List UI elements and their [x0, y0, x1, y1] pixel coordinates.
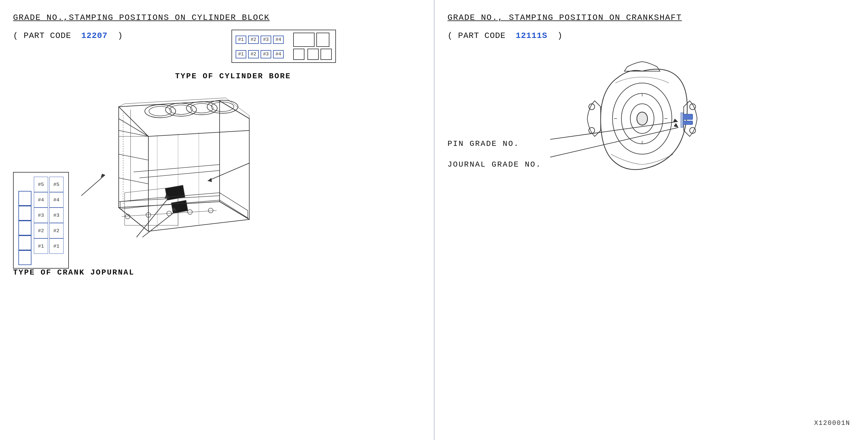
bore-cell-r2c3: #3	[260, 50, 271, 59]
bore-right-small3	[320, 48, 332, 60]
svg-point-4	[149, 106, 172, 116]
right-part-code-line: ( PART CODE 12111S )	[447, 31, 563, 40]
ref-code: X120001N	[814, 419, 850, 427]
bore-cell-r2c4: #4	[273, 50, 284, 59]
bore-cell-r1c2: #2	[248, 36, 259, 44]
svg-line-15	[136, 197, 169, 237]
left-part-code-value: 12207	[81, 31, 108, 40]
pin-grade-label: PIN GRADE NO.	[447, 139, 519, 148]
bore-right-box-top	[293, 33, 315, 47]
svg-line-19	[208, 163, 249, 181]
right-part-code-value: 12111S	[516, 31, 548, 40]
bore-cell-r1c3: #3	[260, 36, 271, 44]
journal-label: TYPE OF CRANK JOPURNAL	[13, 268, 134, 277]
svg-rect-9	[171, 200, 188, 213]
svg-point-6	[190, 103, 213, 113]
svg-point-7	[211, 102, 234, 111]
svg-rect-37	[681, 113, 683, 128]
svg-point-26	[637, 112, 648, 125]
jc2r5: #1	[49, 238, 63, 254]
page: GRADE NO.,STAMPING POSITIONS ON CYLINDER…	[0, 0, 868, 440]
journal-grade-label: JOURNAL GRADE NO.	[447, 160, 541, 169]
bore-right-box-small	[316, 33, 330, 47]
bore-right-small2	[307, 48, 319, 60]
right-part-code-suffix: )	[557, 31, 563, 40]
right-panel: GRADE NO., STAMPING POSITION ON CRANKSHA…	[434, 0, 868, 440]
svg-line-21	[81, 175, 105, 196]
left-part-code-prefix: ( PART CODE	[13, 31, 71, 40]
bore-cell-r2c2: #2	[248, 50, 259, 59]
svg-rect-31	[682, 114, 693, 120]
bore-right-small1	[293, 48, 305, 60]
svg-line-40	[550, 128, 678, 157]
jh4	[19, 235, 31, 250]
crankshaft-diagram	[524, 47, 790, 255]
left-part-code-line: ( PART CODE 12207 )	[13, 31, 123, 40]
journal-arrow-svg	[13, 172, 108, 231]
bore-cell-r1c4: #4	[273, 36, 284, 44]
left-part-code-suffix: )	[118, 31, 123, 40]
crankshaft-svg	[524, 47, 790, 255]
bore-cell-r2c1: #1	[236, 50, 246, 59]
jh5	[19, 250, 31, 265]
svg-point-14	[208, 208, 213, 213]
right-title: GRADE NO., STAMPING POSITION ON CRANKSHA…	[447, 13, 682, 22]
left-title: GRADE NO.,STAMPING POSITIONS ON CYLINDER…	[13, 13, 270, 22]
svg-marker-41	[674, 123, 678, 128]
svg-line-38	[550, 122, 678, 139]
svg-marker-39	[673, 119, 678, 122]
cylinder-bore-label: TYPE OF CYLINDER BORE	[175, 72, 291, 81]
bore-label-box: #1 #2 #3 #4 #1 #2 #3 #4	[231, 30, 336, 63]
svg-rect-32	[682, 121, 693, 125]
right-part-code-prefix: ( PART CODE	[447, 31, 506, 40]
svg-marker-20	[208, 178, 212, 182]
left-panel: GRADE NO.,STAMPING POSITIONS ON CYLINDER…	[0, 0, 434, 440]
bore-cell-r1c1: #1	[236, 36, 246, 44]
jc1r5: #1	[34, 238, 48, 254]
svg-point-5	[170, 105, 192, 114]
